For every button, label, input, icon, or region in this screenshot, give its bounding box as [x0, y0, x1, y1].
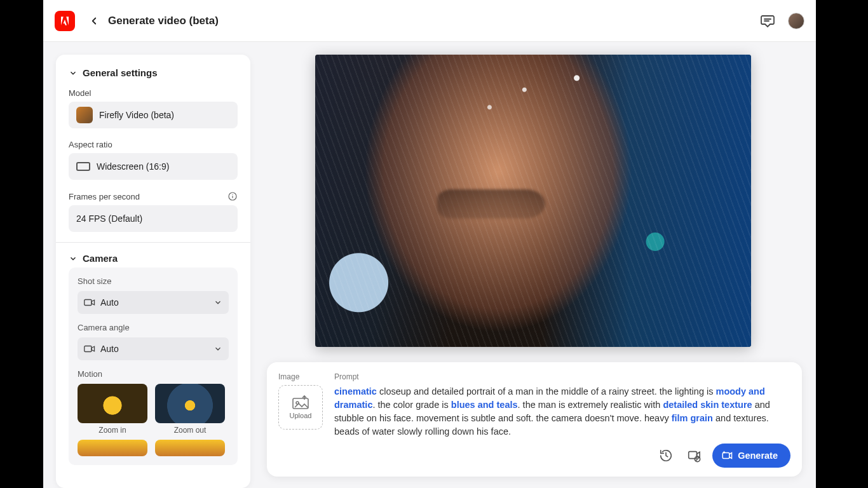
section-general-title: General settings: [83, 67, 158, 78]
settings-sidebar: General settings Model Firefly Video (be…: [56, 55, 250, 488]
video-camera-icon: [84, 298, 95, 307]
sparkle-icon: [721, 450, 733, 461]
shot-size-label: Shot size: [78, 276, 229, 286]
motion-thumb-icon: [78, 440, 147, 456]
upload-image-button[interactable]: Upload: [278, 385, 323, 430]
chevron-down-icon: [214, 344, 222, 353]
fps-label: Frames per second: [56, 185, 250, 205]
motion-zoom-out[interactable]: Zoom out: [155, 384, 225, 435]
motion-label: Motion: [78, 369, 229, 379]
shot-size-value: Auto: [100, 297, 119, 308]
motion-thumb-icon: [155, 384, 225, 423]
fps-label-text: Frames per second: [69, 192, 140, 201]
prompt-segment: . the man is extremely realistic with: [518, 400, 663, 410]
generate-label: Generate: [738, 451, 778, 461]
prompt-segment: . the color grade is: [372, 400, 451, 410]
prompt-highlight: blues and teals: [451, 400, 518, 410]
page-title: Generate video (beta): [108, 15, 219, 27]
upload-image-icon: [292, 395, 309, 409]
prompt-highlight: detailed skin texture: [663, 400, 752, 410]
prompt-segment: closeup and detailed portrait of a man i…: [377, 386, 716, 396]
aspect-label: Aspect ratio: [56, 133, 250, 153]
fps-select[interactable]: 24 FPS (Default): [69, 205, 238, 232]
svg-point-4: [232, 194, 233, 195]
motion-caption: Zoom in: [78, 426, 147, 435]
shot-size-select[interactable]: Auto: [78, 291, 229, 314]
comments-icon[interactable]: [759, 12, 776, 30]
back-button[interactable]: [85, 12, 103, 30]
model-label: Model: [56, 82, 250, 102]
model-value: Firefly Video (beta): [99, 110, 174, 120]
adobe-logo: [55, 11, 75, 31]
prompt-text[interactable]: cinematic closeup and detailed portrait …: [334, 385, 790, 438]
model-select[interactable]: Firefly Video (beta): [69, 102, 238, 128]
section-camera-title: Camera: [83, 253, 118, 264]
prompt-label: Prompt: [334, 372, 790, 381]
prompt-highlight: film grain: [672, 413, 713, 423]
video-preview-frame: [315, 55, 751, 347]
camera-angle-value: Auto: [100, 344, 119, 354]
svg-marker-8: [92, 346, 95, 351]
image-label: Image: [278, 372, 323, 381]
video-camera-icon: [84, 344, 95, 353]
upload-label: Upload: [290, 412, 312, 419]
svg-rect-15: [722, 453, 729, 459]
fps-value: 24 FPS (Default): [76, 214, 142, 224]
section-camera[interactable]: Camera: [56, 253, 250, 268]
prompt-card: Image Upload Prompt cinematic closeup an…: [267, 362, 802, 477]
aspect-ratio-icon: [76, 162, 90, 171]
user-avatar[interactable]: [788, 13, 804, 29]
camera-angle-label: Camera angle: [78, 323, 229, 332]
motion-thumb-icon: [78, 384, 147, 423]
aspect-select[interactable]: Widescreen (16:9): [69, 153, 238, 180]
motion-item[interactable]: [78, 440, 147, 456]
info-icon[interactable]: [227, 191, 238, 201]
negative-prompt-button[interactable]: [684, 446, 703, 465]
prompt-highlight: cinematic: [334, 386, 377, 396]
history-button[interactable]: [656, 446, 675, 465]
chevron-down-icon: [214, 298, 222, 307]
svg-rect-7: [85, 346, 92, 352]
camera-angle-select[interactable]: Auto: [78, 337, 229, 360]
svg-marker-6: [92, 300, 95, 305]
topbar: Generate video (beta): [43, 0, 816, 42]
generate-button[interactable]: Generate: [712, 444, 790, 468]
motion-caption: Zoom out: [155, 426, 225, 435]
motion-zoom-in[interactable]: Zoom in: [78, 384, 147, 435]
video-preview[interactable]: [315, 55, 751, 347]
aspect-value: Widescreen (16:9): [97, 161, 169, 172]
section-general[interactable]: General settings: [56, 67, 250, 82]
model-thumb-icon: [76, 107, 93, 123]
motion-thumb-icon: [155, 440, 225, 456]
motion-item[interactable]: [155, 440, 225, 456]
svg-rect-5: [85, 300, 92, 306]
camera-panel: Shot size Auto Camera angle Auto Motion: [69, 268, 238, 465]
divider: [56, 242, 250, 243]
